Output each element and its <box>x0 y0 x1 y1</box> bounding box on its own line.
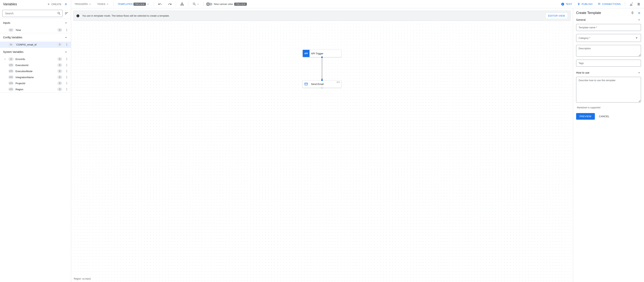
layout-button[interactable] <box>179 1 185 7</box>
preview-button[interactable]: PREVIEW <box>576 113 595 120</box>
more-menu-button[interactable] <box>636 1 642 7</box>
svg-point-4 <box>66 44 67 45</box>
tasks-dropdown[interactable]: TASKS <box>96 2 110 6</box>
variable-menu-button[interactable] <box>64 82 70 85</box>
publish-button[interactable]: PUBLISH <box>576 2 594 6</box>
new-canvas-toggle[interactable]: New canvas view PREVIEW <box>207 3 247 6</box>
zoom-dropdown[interactable] <box>191 1 200 7</box>
template-name-label: Template name <box>578 26 596 29</box>
ref-count: 0 <box>57 28 62 32</box>
svg-point-8 <box>66 60 67 60</box>
create-label: CREATE <box>51 3 62 6</box>
node-input-port[interactable] <box>321 79 323 81</box>
search-icon <box>57 11 61 15</box>
chevron-down-icon <box>106 3 109 6</box>
template-name-field[interactable]: Template name * <box>576 24 641 31</box>
analytics-button[interactable] <box>628 1 634 7</box>
variable-menu-button[interactable] <box>64 64 70 67</box>
variable-row[interactable]: {J} ErrorInfo 0 <box>0 56 71 62</box>
type-pill: STR <box>8 75 14 79</box>
chevron-down-icon <box>635 36 638 40</box>
howto-title: How to use <box>576 71 589 74</box>
node-output-port[interactable] <box>321 56 323 58</box>
node-send-email[interactable]: Send Email ID:1 <box>302 80 342 88</box>
svg-point-10 <box>66 65 67 65</box>
config-section-header[interactable]: Config Variables <box>0 33 71 41</box>
svg-point-20 <box>66 84 67 84</box>
svg-rect-25 <box>181 4 182 5</box>
svg-rect-26 <box>183 4 184 5</box>
description-field[interactable]: Description <box>576 45 641 57</box>
publish-icon <box>577 2 580 6</box>
variable-menu-button[interactable] <box>64 28 70 31</box>
howto-section-header[interactable]: How to use <box>573 70 644 76</box>
search-input[interactable] <box>5 12 57 15</box>
variable-menu-button[interactable] <box>64 70 70 73</box>
chevron-down-icon <box>197 3 199 5</box>
variable-name: Region <box>16 88 56 91</box>
editor-view-button[interactable]: EDITOR VIEW <box>545 13 568 19</box>
ref-count: 0 <box>57 63 62 67</box>
svg-point-6 <box>66 58 67 58</box>
flow-edge[interactable] <box>322 58 322 79</box>
collapse-left-icon <box>64 2 68 6</box>
svg-point-3 <box>66 43 67 44</box>
ref-count: 0 <box>57 69 62 73</box>
pin-button[interactable] <box>631 11 634 15</box>
category-select[interactable]: Category * <box>576 34 641 42</box>
collapse-right-button[interactable] <box>637 11 641 15</box>
general-section-header[interactable]: General <box>573 17 644 23</box>
variable-menu-button[interactable] <box>64 88 70 91</box>
redo-button[interactable] <box>167 1 173 7</box>
filter-button[interactable] <box>64 11 69 15</box>
svg-point-16 <box>66 77 67 78</box>
variable-name: Time <box>16 29 56 31</box>
tags-label: Tags <box>578 62 584 65</box>
node-api-trigger[interactable]: API API Trigger <box>302 50 342 57</box>
variable-row[interactable]: STR IntegrationName 0 <box>0 74 71 80</box>
chevron-up-icon <box>64 35 68 39</box>
variable-row[interactable]: [S] `CONFIG_email_id` 0 <box>0 41 71 48</box>
create-variable-button[interactable]: CREATE <box>47 3 62 6</box>
triggers-dropdown[interactable]: TRIGGERS <box>73 2 93 6</box>
howto-hint: Markdown is supported <box>576 106 641 109</box>
svg-point-14 <box>66 72 67 72</box>
mail-icon <box>303 82 310 86</box>
publish-label: PUBLISH <box>582 3 592 5</box>
templates-label: TEMPLATES <box>118 3 132 5</box>
type-pill: STR <box>8 69 14 73</box>
play-icon <box>561 2 564 6</box>
variable-name: ErrorInfo <box>16 58 56 61</box>
howto-textarea[interactable]: Describe how to use this template <box>576 77 641 103</box>
undo-button[interactable] <box>157 1 163 7</box>
svg-rect-29 <box>638 5 640 5</box>
flow-canvas[interactable]: API API Trigger Send Email ID:1 <box>71 23 573 282</box>
svg-point-7 <box>66 59 67 59</box>
tags-field[interactable]: Tags <box>576 60 641 67</box>
svg-rect-24 <box>182 3 183 3</box>
chevron-up-icon <box>64 50 68 54</box>
variables-sidebar: Variables CREATE <box>0 0 71 282</box>
variable-row[interactable]: STR ProjectId 0 <box>0 80 71 86</box>
variable-row[interactable]: STR ExecutionMode 0 <box>0 68 71 74</box>
system-section-header[interactable]: System Variables <box>0 48 71 56</box>
variable-row[interactable]: STR ExecutionId 0 <box>0 62 71 68</box>
collapse-sidebar-button[interactable] <box>64 2 68 6</box>
expand-caret-icon[interactable] <box>4 58 6 60</box>
type-pill: STR <box>8 63 14 67</box>
variable-menu-button[interactable] <box>64 76 70 79</box>
variable-menu-button[interactable] <box>64 43 70 46</box>
variable-menu-button[interactable] <box>64 58 70 61</box>
test-button[interactable]: TEST <box>560 2 573 6</box>
variable-row[interactable]: STR Region 0 <box>0 86 71 92</box>
api-icon: API <box>303 50 310 57</box>
search-variables-field[interactable] <box>2 10 62 17</box>
connections-button[interactable]: CONNECTIONS <box>596 2 622 6</box>
category-label: Category <box>578 37 589 39</box>
templates-dropdown[interactable]: TEMPLATES PREVIEW <box>116 2 151 6</box>
inputs-section-header[interactable]: Inputs <box>0 19 71 27</box>
cancel-button[interactable]: CANCEL <box>598 115 610 118</box>
type-pill: INT <box>8 28 14 32</box>
node-output-port[interactable] <box>321 87 323 89</box>
variable-row[interactable]: INT Time 0 <box>0 27 71 33</box>
